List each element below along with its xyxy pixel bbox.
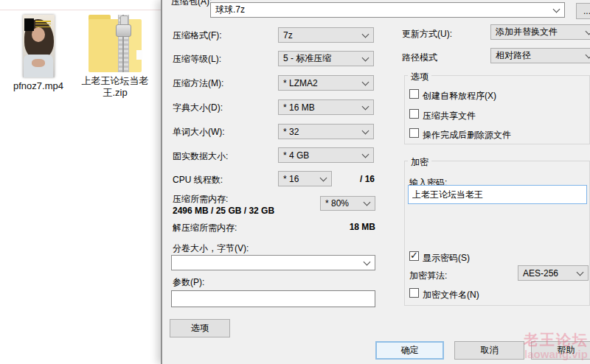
level-label: 压缩等级(L):	[173, 53, 221, 66]
chevron-down-icon	[362, 150, 369, 158]
options-group-title: 选项	[408, 71, 431, 83]
chevron-down-icon	[362, 54, 369, 61]
cpu-threads-max: / 16	[360, 174, 375, 184]
encrypt-filenames-checkbox-label[interactable]: 加密文件名(N)	[423, 289, 479, 301]
memory-compress-detail: 2496 MB / 25 GB / 32 GB	[173, 206, 274, 216]
encryption-method-value: AES-256	[523, 268, 558, 279]
format-label: 压缩格式(F):	[173, 29, 222, 42]
cancel-button[interactable]: 取消	[454, 341, 524, 360]
chevron-down-icon	[362, 30, 369, 38]
archive-name-value: 球球.7z	[215, 4, 245, 16]
solid-size-dropdown[interactable]: * 4 GB	[278, 147, 374, 163]
memory-decompress-label: 解压缩所需内存:	[173, 222, 237, 234]
format-value: 7z	[283, 30, 293, 41]
ok-button[interactable]: 确定	[375, 341, 444, 360]
screen: pfnoz7.mp4 上老王论坛当老王.zip 压缩包(A): 球球.7z ..…	[0, 0, 590, 364]
chevron-down-icon	[586, 27, 590, 35]
encryption-method-label: 加密算法:	[409, 270, 447, 282]
show-password-checkbox[interactable]	[409, 251, 419, 261]
volume-size-label: 分卷大小，字节(V):	[173, 242, 249, 255]
chevron-down-icon	[364, 199, 371, 206]
path-mode-label: 路径模式	[402, 52, 437, 64]
thumbnail-hands	[32, 59, 46, 67]
cpu-threads-value: * 16	[283, 174, 299, 184]
parameters-input[interactable]	[171, 290, 375, 307]
encryption-method-dropdown[interactable]: AES-256	[518, 265, 589, 281]
update-mode-value: 添加并替换文件	[496, 26, 558, 38]
file-name-line1: 上老王论坛当老	[82, 75, 149, 86]
chevron-down-icon	[362, 102, 369, 110]
cpu-threads-label: CPU 线程数:	[173, 174, 223, 186]
format-dropdown[interactable]: 7z	[278, 27, 374, 43]
delete-after-checkbox-label[interactable]: 操作完成后删除源文件	[423, 129, 511, 141]
chevron-down-icon	[362, 127, 369, 134]
file-name: pfnoz7.mp4	[9, 80, 68, 92]
thumbnail-caption-text	[35, 21, 51, 29]
chevron-down-icon	[553, 5, 560, 13]
show-password-checkbox-label[interactable]: 显示密码(S)	[423, 252, 470, 265]
parameters-label: 参数(P):	[173, 276, 204, 289]
file-explorer: pfnoz7.mp4 上老王论坛当老王.zip	[0, 0, 161, 364]
path-mode-dropdown[interactable]: 相对路径	[490, 48, 590, 63]
file-name: 上老王论坛当老王.zip	[81, 75, 149, 99]
options-button[interactable]: 选项	[170, 319, 230, 337]
file-item-zip[interactable]: 上老王论坛当老王.zip	[81, 15, 149, 99]
browse-button[interactable]: ...	[576, 3, 590, 19]
zip-file-icon	[88, 15, 142, 72]
sfx-checkbox-label[interactable]: 创建自释放程序(X)	[423, 90, 496, 102]
level-value: 5 - 标准压缩	[283, 52, 331, 65]
memory-compress-label: 压缩所需内存:	[173, 193, 228, 206]
word-size-value: * 32	[283, 127, 299, 137]
method-label: 压缩方法(M):	[173, 77, 223, 90]
encrypt-filenames-checkbox[interactable]	[409, 288, 419, 298]
dictionary-value: * 16 MB	[283, 102, 315, 113]
memory-decompress-value: 18 MB	[278, 222, 375, 232]
word-size-label: 单词大小(W):	[173, 126, 225, 139]
password-input[interactable]	[408, 185, 587, 204]
solid-size-value: * 4 GB	[283, 150, 309, 161]
thumbnail-caption-box	[24, 18, 34, 31]
delete-after-checkbox[interactable]	[409, 128, 419, 138]
volume-size-combobox[interactable]	[171, 255, 375, 270]
shared-files-checkbox[interactable]	[409, 109, 419, 119]
help-button[interactable]: 帮助	[531, 341, 590, 360]
update-mode-label: 更新方式(U):	[402, 28, 452, 41]
sfx-checkbox[interactable]	[409, 89, 419, 99]
add-to-archive-dialog: 压缩包(A): 球球.7z ... 压缩格式(F): 7z 压缩等级(L): 5…	[161, 0, 590, 364]
chevron-down-icon	[362, 78, 369, 85]
folder-body	[88, 19, 142, 72]
method-dropdown[interactable]: * LZMA2	[278, 75, 374, 91]
shared-files-checkbox-label[interactable]: 压缩共享文件	[423, 110, 476, 122]
chevron-down-icon	[577, 268, 584, 276]
update-mode-dropdown[interactable]: 添加并替换文件	[490, 24, 590, 40]
level-dropdown[interactable]: 5 - 标准压缩	[278, 51, 374, 66]
file-item-video[interactable]: pfnoz7.mp4	[9, 15, 68, 92]
archive-name-label: 压缩包(A):	[171, 0, 212, 8]
file-name-line2: 王.zip	[103, 87, 127, 98]
path-mode-value: 相对路径	[496, 49, 531, 62]
dictionary-dropdown[interactable]: * 16 MB	[278, 99, 374, 115]
zipper-slider	[116, 24, 131, 37]
encryption-group-title: 加密	[408, 156, 431, 169]
memory-percent-dropdown[interactable]: * 80%	[320, 196, 375, 211]
divider	[0, 10, 161, 10]
chevron-down-icon	[320, 174, 327, 181]
dictionary-label: 字典大小(D):	[173, 102, 223, 114]
archive-name-combobox[interactable]: 球球.7z	[210, 2, 565, 18]
chevron-down-icon	[364, 258, 371, 265]
method-value: * LZMA2	[283, 78, 318, 88]
chevron-down-icon	[586, 51, 590, 58]
memory-percent-value: * 80%	[325, 198, 349, 209]
cpu-threads-dropdown[interactable]: * 16	[278, 171, 332, 186]
folder-notch	[136, 50, 142, 60]
word-size-dropdown[interactable]: * 32	[278, 124, 374, 139]
solid-size-label: 固实数据大小:	[173, 150, 228, 163]
video-thumbnail	[23, 15, 55, 77]
